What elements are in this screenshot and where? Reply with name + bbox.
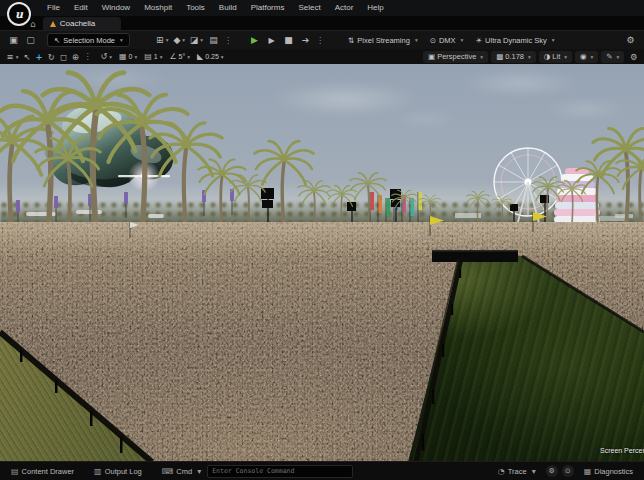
move-snap-icon: ▤ bbox=[144, 52, 152, 61]
lit-icon: ◑ bbox=[544, 52, 551, 61]
grid-snap-icon: ▦ bbox=[119, 52, 127, 61]
surface-snap-control[interactable]: ↺▾ bbox=[100, 52, 111, 61]
camera-icon: ▣ bbox=[428, 52, 435, 61]
diagnostics-icon: ▦ bbox=[584, 467, 592, 476]
lit-mode-dropdown[interactable]: ◑ Lit ▾ bbox=[539, 51, 572, 63]
scale-tool-icon[interactable]: ◻ bbox=[60, 52, 67, 62]
select-tool-icon[interactable]: ↖ bbox=[23, 52, 30, 62]
selection-mode-dropdown[interactable]: ↖ Selection Mode ▾ bbox=[47, 33, 130, 47]
sun-icon: ☀ bbox=[475, 36, 482, 45]
settings-quick-icon[interactable]: ⚙ bbox=[546, 465, 558, 477]
rotation-snap-icon: ∠ bbox=[169, 52, 176, 61]
revision-control-icon[interactable]: ⊙ bbox=[562, 465, 574, 477]
viewport-toolbar: ≡▾ ↖ + ↻ ◻ ⊕ ⋮ ↺▾ ▦ 0▾ ▤ 1▾ ∠ 5°▾ ◣ 0.25… bbox=[0, 49, 644, 64]
screen-percentage-icon: ▩ bbox=[496, 52, 503, 61]
sequencer-button[interactable]: ▤ bbox=[206, 33, 221, 47]
menu-actor[interactable]: Actor bbox=[328, 0, 361, 16]
unreal-editor-window: u File Edit Window Moshpit Tools Build P… bbox=[0, 0, 644, 480]
menu-platforms[interactable]: Platforms bbox=[244, 0, 292, 16]
perspective-dropdown[interactable]: ▣ Perspective ▾ bbox=[423, 51, 488, 63]
skip-button[interactable]: ▶ bbox=[264, 33, 279, 47]
content-browser-icon[interactable]: ▢ bbox=[23, 33, 38, 47]
world-space-icon[interactable]: ⊕ bbox=[72, 52, 79, 62]
cursor-icon: ↖ bbox=[54, 36, 60, 45]
viewport-settings-icon[interactable]: ⚙ bbox=[630, 52, 638, 62]
scale-snap-icon: ◣ bbox=[197, 52, 203, 61]
edit-icon: ✎ bbox=[606, 52, 612, 61]
scale-snap-control[interactable]: ◣ 0.25▾ bbox=[197, 52, 224, 61]
level-icon bbox=[50, 21, 56, 27]
menu-edit[interactable]: Edit bbox=[67, 0, 95, 16]
output-log-button[interactable]: ▥ Output Log bbox=[88, 464, 148, 478]
trace-dropdown[interactable]: ◔ Trace ▾ bbox=[492, 464, 542, 478]
viewport-edit-dropdown[interactable]: ✎ ▾ bbox=[601, 51, 624, 63]
unreal-logo[interactable]: u bbox=[7, 2, 31, 26]
cmd-icon: ⌨ bbox=[162, 467, 174, 476]
trace-icon: ◔ bbox=[498, 467, 505, 476]
settings-icon[interactable]: ⚙ bbox=[623, 33, 638, 47]
move-tool-icon[interactable]: + bbox=[36, 52, 43, 62]
dmx-dropdown[interactable]: ⊙ DMX ▾ bbox=[424, 33, 470, 47]
move-snap-control[interactable]: ▤ 1▾ bbox=[144, 52, 162, 61]
screen-percentage-dropdown[interactable]: ▩ 0.178 ▾ bbox=[491, 51, 536, 63]
menu-help[interactable]: Help bbox=[360, 0, 390, 16]
home-icon[interactable]: ⌂ bbox=[30, 19, 36, 29]
output-log-icon: ▥ bbox=[94, 467, 102, 476]
dmx-icon: ⊙ bbox=[430, 36, 436, 45]
save-icon[interactable]: ▣ bbox=[6, 33, 21, 47]
pixel-streaming-dropdown[interactable]: ⇅ Pixel Streaming ▾ bbox=[342, 33, 424, 47]
show-flags-dropdown[interactable]: ◉ ▾ bbox=[575, 51, 598, 63]
eye-icon: ◉ bbox=[580, 52, 587, 61]
screen-percentage-overlay: Screen Percent bbox=[600, 447, 644, 454]
menu-tools[interactable]: Tools bbox=[179, 0, 212, 16]
cmd-dropdown[interactable]: ⌨ Cmd ▾ bbox=[156, 464, 207, 478]
menu-bar: File Edit Window Moshpit Tools Build Pla… bbox=[0, 0, 644, 16]
cinematics-button[interactable]: ◪▾ bbox=[189, 33, 204, 47]
blueprints-button[interactable]: ◆▾ bbox=[172, 33, 187, 47]
content-drawer-icon: ▤ bbox=[11, 467, 19, 476]
diagnostics-button[interactable]: ▦ Diagnostics bbox=[578, 464, 639, 478]
tab-bar: ⌂ Coachella bbox=[0, 16, 644, 30]
main-toolbar: ▣ ▢ ↖ Selection Mode ▾ ⊞▾ ◆▾ ◪▾ ▤ ⋮ ▶ ▶ … bbox=[0, 30, 644, 50]
tab-coachella[interactable]: Coachella bbox=[43, 17, 122, 30]
launch-button[interactable]: ➔ bbox=[298, 33, 313, 47]
toolbar-overflow-icon[interactable]: ⋮ bbox=[224, 36, 232, 45]
tool-overflow-icon[interactable]: ⋮ bbox=[83, 52, 91, 61]
menu-select[interactable]: Select bbox=[291, 0, 327, 16]
rotation-snap-control[interactable]: ∠ 5°▾ bbox=[169, 52, 190, 61]
ultra-dynamic-sky-dropdown[interactable]: ☀ Ultra Dynamic Sky ▾ bbox=[469, 33, 560, 47]
console-input[interactable] bbox=[207, 465, 353, 478]
rotate-tool-icon[interactable]: ↻ bbox=[48, 52, 55, 62]
menu-file[interactable]: File bbox=[40, 0, 67, 16]
barriers-and-flags bbox=[0, 64, 644, 462]
menu-build[interactable]: Build bbox=[212, 0, 244, 16]
play-options-icon[interactable]: ⋮ bbox=[316, 36, 324, 45]
status-bar: ▤ Content Drawer ▥ Output Log ⌨ Cmd ▾ ◔ … bbox=[0, 461, 644, 480]
add-actor-button[interactable]: ⊞▾ bbox=[155, 33, 170, 47]
menu-window[interactable]: Window bbox=[95, 0, 137, 16]
play-button[interactable]: ▶ bbox=[247, 33, 262, 47]
stop-button[interactable]: ■ bbox=[281, 33, 296, 47]
grid-snap-control[interactable]: ▦ 0▾ bbox=[119, 52, 137, 61]
viewport-menu-icon[interactable]: ≡▾ bbox=[7, 52, 19, 62]
pixel-streaming-icon: ⇅ bbox=[348, 36, 354, 45]
content-drawer-button[interactable]: ▤ Content Drawer bbox=[5, 464, 80, 478]
surface-snap-icon: ↺ bbox=[100, 52, 107, 61]
chevron-down-icon: ▾ bbox=[120, 37, 123, 43]
3d-viewport[interactable]: Screen Percent bbox=[0, 64, 644, 462]
menu-moshpit[interactable]: Moshpit bbox=[137, 0, 179, 16]
